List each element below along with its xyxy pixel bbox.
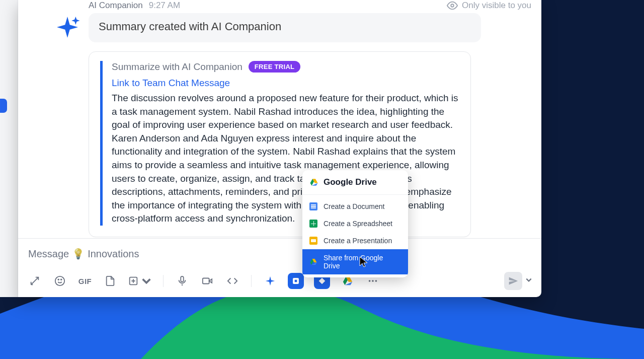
visibility-text: Only visible to you (462, 1, 531, 11)
toolbar-separator (163, 275, 164, 287)
bulb-icon: 💡 (72, 248, 85, 260)
compose-prefix: Message (28, 248, 69, 260)
drive-popup-title: Google Drive (324, 177, 377, 187)
svg-point-14 (369, 280, 371, 282)
svg-rect-9 (294, 279, 297, 282)
eye-icon (447, 0, 458, 11)
audio-record-button[interactable] (175, 273, 190, 289)
summary-title: Summary created with AI Companion (99, 20, 471, 33)
svg-point-1 (55, 276, 64, 285)
drive-item-label: Create a Document (324, 202, 384, 210)
drive-share-from-drive[interactable]: Share from Google Drive (302, 249, 408, 274)
format-icon (29, 275, 40, 286)
send-options-button[interactable] (525, 276, 532, 285)
video-icon (202, 275, 213, 286)
drive-create-spreadsheet[interactable]: Create a Spreadsheet (302, 215, 408, 232)
emoji-icon (54, 275, 65, 286)
sheets-icon (309, 220, 317, 228)
file-icon (105, 275, 116, 286)
google-drive-popup: Google Drive Create a Document Create a … (302, 170, 408, 277)
message-header: AI Companion 9:27 AM Only visible to you (28, 0, 531, 13)
app-button-1[interactable] (288, 273, 304, 289)
drive-create-document[interactable]: Create a Document (302, 198, 408, 215)
svg-rect-10 (319, 278, 326, 284)
send-icon (508, 276, 518, 286)
svg-point-3 (61, 279, 62, 280)
svg-point-16 (375, 280, 377, 282)
nav-active-indicator (0, 99, 7, 113)
chevron-down-icon (525, 276, 532, 283)
ai-companion-button[interactable] (263, 273, 278, 289)
svg-point-2 (58, 279, 59, 280)
code-snippet-button[interactable] (225, 273, 240, 289)
drive-item-label: Create a Spreadsheet (324, 220, 392, 228)
free-trial-badge: FREE TRIAL (249, 61, 301, 73)
svg-rect-6 (203, 278, 209, 284)
compose-input[interactable]: Message 💡 Innovations (27, 245, 532, 263)
svg-rect-5 (181, 276, 184, 282)
message-scroll-area: AI Companion 9:27 AM Only visible to you… (18, 0, 541, 238)
code-icon (227, 275, 238, 286)
attach-file-button[interactable] (103, 273, 118, 289)
diamond-icon (317, 276, 327, 285)
screenshot-button[interactable] (128, 273, 152, 289)
summary-header-card: Summary created with AI Companion (89, 13, 481, 42)
ai-companion-avatar (53, 13, 82, 41)
sparkle-icon (53, 13, 82, 41)
drive-item-label: Create a Presentation (324, 237, 392, 245)
sparkle-icon (265, 275, 276, 286)
drive-item-label: Share from Google Drive (324, 254, 401, 270)
google-drive-icon (309, 258, 317, 266)
chat-panel: AI Companion 9:27 AM Only visible to you… (18, 0, 541, 297)
summary-text: The discussion revolves around a propose… (112, 92, 460, 226)
compose-area: Message 💡 Innovations GIF (18, 238, 541, 297)
screenshot-icon (128, 275, 139, 286)
summary-heading: Summarize with AI Companion (112, 61, 243, 73)
chevron-down-icon (141, 275, 152, 286)
send-button[interactable] (504, 272, 522, 290)
sender-name: AI Companion (89, 1, 143, 11)
svg-point-0 (451, 4, 454, 7)
gif-button[interactable]: GIF (77, 273, 93, 289)
compose-toolbar: GIF (27, 272, 532, 292)
docs-icon (309, 202, 317, 210)
summary-body-card: Summarize with AI Companion FREE TRIAL L… (89, 51, 471, 237)
emoji-button[interactable] (52, 273, 67, 289)
visibility-label: Only visible to you (447, 0, 531, 11)
format-button[interactable] (27, 273, 42, 289)
left-nav-rail (0, 0, 18, 297)
drive-create-presentation[interactable]: Create a Presentation (302, 232, 408, 249)
compose-channel: Innovations (88, 248, 139, 260)
team-chat-link[interactable]: Link to Team Chat Message (112, 78, 230, 89)
app-icon (291, 276, 300, 285)
svg-point-15 (372, 280, 374, 282)
microphone-icon (177, 275, 188, 286)
slides-icon (309, 237, 317, 245)
message-time: 9:27 AM (149, 1, 180, 11)
toolbar-separator (251, 275, 252, 287)
drive-popup-header: Google Drive (302, 170, 408, 195)
video-record-button[interactable] (200, 273, 215, 289)
google-drive-icon (309, 178, 318, 187)
